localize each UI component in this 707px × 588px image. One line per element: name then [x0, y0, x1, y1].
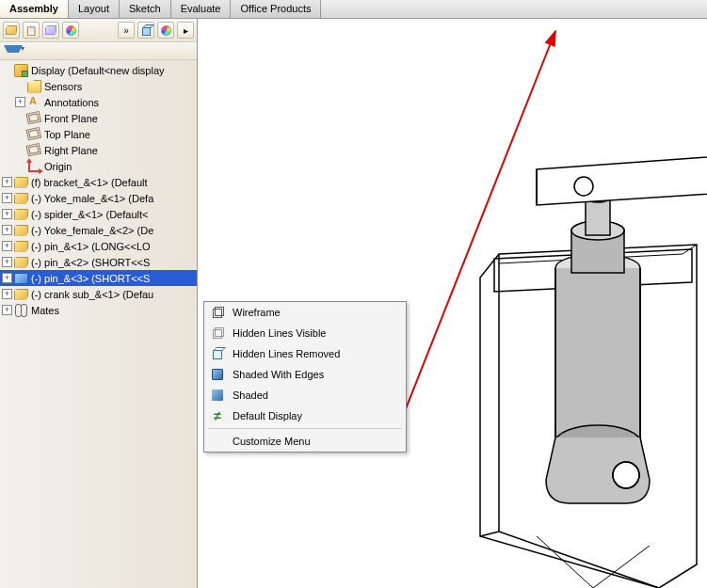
menu-default-display[interactable]: ≠ Default Display — [204, 405, 406, 426]
tree-label: (-) Yoke_female_&<2> (De — [31, 225, 153, 236]
display-style-context-menu: Wireframe Hidden Lines Visible Hidden Li… — [203, 301, 407, 453]
tree-top-plane[interactable]: Top Plane — [0, 126, 197, 142]
model-drawing — [414, 66, 707, 588]
tab-evaluate[interactable]: Evaluate — [171, 0, 232, 18]
hidden-removed-icon — [210, 346, 225, 361]
tab-assembly[interactable]: Assembly — [0, 0, 69, 18]
tree-label: (-) pin_&<1> (LONG<<LO — [31, 241, 151, 252]
menu-shaded[interactable]: Shaded — [204, 385, 406, 405]
tree-part-spider[interactable]: + (-) spider_&<1> (Default< — [0, 206, 197, 222]
part-icon — [14, 193, 28, 204]
part-icon — [14, 209, 28, 220]
menu-shaded-edges[interactable]: Shaded With Edges — [204, 364, 406, 385]
tree-label: Right Plane — [44, 145, 98, 156]
menu-label: Shaded — [233, 389, 268, 401]
tree-origin[interactable]: Origin — [0, 158, 197, 174]
tree-label: (-) spider_&<1> (Default< — [31, 209, 148, 220]
tab-sketch[interactable]: Sketch — [120, 0, 171, 18]
mates-icon — [14, 304, 28, 317]
expand-toggle[interactable]: + — [2, 273, 12, 283]
menu-customize[interactable]: Customize Menu — [204, 431, 406, 452]
expand-toggle[interactable]: + — [2, 241, 12, 251]
tree-label: (-) Yoke_male_&<1> (Defa — [31, 193, 153, 204]
tree-label: Sensors — [44, 81, 82, 92]
part-icon — [14, 257, 28, 268]
expand-toggle[interactable]: + — [2, 257, 12, 267]
tree-label: Annotations — [44, 97, 99, 108]
expand-toggle[interactable]: + — [2, 177, 12, 187]
appearance-tab-icon[interactable] — [62, 22, 79, 39]
expand-toggle[interactable]: + — [2, 289, 12, 299]
part-icon — [14, 177, 28, 188]
tree-label: Front Plane — [44, 113, 98, 124]
feature-tree-tab-icon[interactable] — [3, 22, 20, 39]
menu-label: Default Display — [233, 410, 302, 421]
shaded-icon — [210, 388, 225, 403]
menu-separator — [208, 428, 402, 429]
tree-part-crank[interactable]: + (-) crank sub_&<1> (Defau — [0, 286, 197, 302]
tree-part-pin3-selected[interactable]: + (-) pin_&<3> (SHORT<<S — [0, 270, 197, 286]
menu-wireframe[interactable]: Wireframe — [204, 302, 406, 323]
folder-icon — [27, 80, 41, 93]
display-pane-icon[interactable] — [157, 22, 174, 39]
tree-annotations[interactable]: + Annotations — [0, 94, 197, 110]
default-display-icon: ≠ — [210, 408, 225, 423]
menu-label: Wireframe — [233, 307, 281, 318]
tree-front-plane[interactable]: Front Plane — [0, 110, 197, 126]
menu-label: Hidden Lines Removed — [233, 348, 340, 359]
plane-icon — [26, 142, 43, 158]
assembly-icon — [14, 64, 28, 77]
part-icon — [14, 225, 28, 236]
cube-icon[interactable] — [137, 22, 154, 39]
tree-label: Top Plane — [44, 129, 90, 140]
plane-icon — [26, 126, 43, 142]
expand-toggle[interactable]: + — [2, 225, 12, 235]
tree-label: (f) bracket_&<1> (Default — [31, 177, 148, 188]
expand-toggle[interactable]: + — [2, 209, 12, 219]
tree-label: (-) crank sub_&<1> (Defau — [31, 289, 153, 300]
expand-toggle[interactable]: + — [2, 193, 12, 203]
tree-sensors[interactable]: Sensors — [0, 78, 197, 94]
part-icon — [14, 289, 28, 300]
tree-part-yoke-male[interactable]: + (-) Yoke_male_&<1> (Defa — [0, 190, 197, 206]
tree-root-label: Display (Default<new display — [31, 65, 165, 76]
tree-part-pin2[interactable]: + (-) pin_&<2> (SHORT<<S — [0, 254, 197, 270]
ribbon-tabs: Assembly Layout Sketch Evaluate Office P… — [0, 0, 707, 19]
feature-manager-panel: 📋 » ▸ ▾ Display (Default<new display Sen… — [0, 19, 198, 588]
menu-label: Shaded With Edges — [233, 369, 324, 380]
menu-hidden-visible[interactable]: Hidden Lines Visible — [204, 323, 406, 343]
expand-toggle[interactable]: + — [2, 305, 12, 315]
wireframe-icon — [210, 305, 225, 320]
annotations-icon — [27, 96, 41, 109]
tree-label: (-) pin_&<3> (SHORT<<S — [31, 273, 150, 284]
tab-layout[interactable]: Layout — [69, 0, 120, 18]
shaded-edges-icon — [210, 367, 225, 382]
menu-label: Customize Menu — [233, 436, 311, 447]
expand-toggle[interactable]: + — [15, 97, 25, 107]
filter-icon[interactable] — [4, 44, 19, 57]
origin-icon — [27, 160, 41, 173]
tree-label: (-) pin_&<2> (SHORT<<S — [31, 257, 150, 268]
tree-root[interactable]: Display (Default<new display — [0, 62, 197, 78]
hidden-visible-icon — [210, 326, 225, 341]
plane-icon — [26, 110, 43, 126]
tree-label: Mates — [31, 305, 59, 316]
tree-part-bracket[interactable]: + (f) bracket_&<1> (Default — [0, 174, 197, 190]
filter-bar: ▾ — [0, 42, 197, 60]
tree-label: Origin — [44, 161, 72, 172]
tree-part-yoke-female[interactable]: + (-) Yoke_female_&<2> (De — [0, 222, 197, 238]
show-pane-icon[interactable]: » — [118, 22, 135, 39]
svg-rect-5 — [586, 198, 610, 235]
expand-icon[interactable]: ▸ — [177, 22, 194, 39]
part-icon — [14, 273, 28, 284]
tree-part-pin1[interactable]: + (-) pin_&<1> (LONG<<LO — [0, 238, 197, 254]
config-tab-icon[interactable] — [42, 22, 59, 39]
tree-mates[interactable]: + Mates — [0, 302, 197, 318]
tree-right-plane[interactable]: Right Plane — [0, 142, 197, 158]
menu-hidden-removed[interactable]: Hidden Lines Removed — [204, 343, 406, 364]
tab-office-products[interactable]: Office Products — [231, 0, 321, 18]
property-tab-icon[interactable]: 📋 — [23, 22, 40, 39]
feature-tree: Display (Default<new display Sensors + A… — [0, 60, 197, 588]
menu-label: Hidden Lines Visible — [233, 327, 326, 339]
part-icon — [14, 241, 28, 252]
